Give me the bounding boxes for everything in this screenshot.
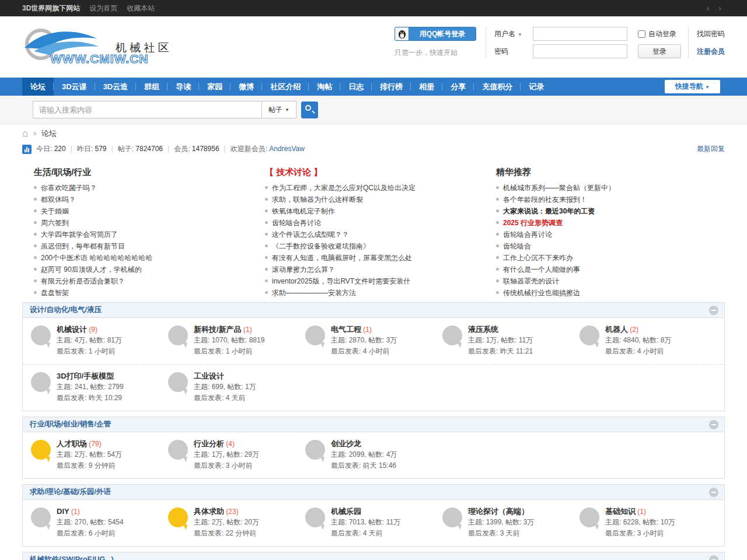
forum-cell[interactable]: 电气工程 (1)主题: 2870, 帖数: 3万最后发表: 4 小时前 (304, 324, 441, 357)
topic-link[interactable]: 齿轮啮合 (503, 242, 531, 250)
topic-link[interactable]: 大学四年就学会写简历了 (41, 230, 118, 239)
username-type-caret-icon[interactable]: ▼ (518, 32, 522, 37)
nav-item-5[interactable]: 家园 (199, 78, 231, 96)
auto-login-option[interactable]: 自动登录 (638, 27, 681, 41)
topic-link[interactable]: 关于婚姻 (41, 207, 69, 215)
topic-link[interactable]: 联轴器罩壳的设计 (503, 277, 559, 285)
collapse-toggle-icon[interactable] (709, 488, 718, 497)
forum-cell[interactable]: DIY (1)主题: 270, 帖数: 5454最后发表: 6 小时前 (30, 506, 167, 539)
auto-login-checkbox[interactable] (638, 30, 645, 38)
topic-link[interactable]: 滚动摩擦力怎么算？ (272, 265, 335, 274)
forum-cell[interactable]: 机械设计 (9)主题: 4万, 帖数: 81万最后发表: 1 小时前 (30, 324, 167, 357)
nav-item-1[interactable]: 3D云课 (54, 78, 95, 96)
topic-link[interactable]: 都双休吗？ (41, 195, 76, 204)
topic-link[interactable]: 周六签到 (41, 219, 69, 227)
category-title[interactable]: 机械软件(SW/ProE/UG...) (30, 555, 114, 560)
nav-item-14[interactable]: 记录 (521, 78, 552, 96)
topic-link[interactable]: 虽迟但到，每年都有新节目 (41, 242, 125, 250)
forum-cell[interactable]: 基础知识 (1)主题: 6228, 帖数: 10万最后发表: 3 小时前 (578, 506, 715, 539)
nav-item-9[interactable]: 日志 (340, 78, 372, 96)
nav-item-7[interactable]: 社区介绍 (262, 78, 309, 96)
topic-link[interactable]: 求助——————安装方法 (272, 289, 356, 297)
login-button[interactable]: 登录 (638, 44, 681, 58)
forum-link[interactable]: 液压系统 (468, 325, 498, 334)
forum-cell[interactable]: 工业设计主题: 699, 帖数: 1万最后发表: 4 天前 (167, 371, 304, 404)
forum-cell[interactable]: 人才职场 (79)主题: 2万, 帖数: 54万最后发表: 9 分钟前 (30, 439, 167, 471)
forum-cell[interactable]: 行业分析 (4)主题: 1万, 帖数: 29万最后发表: 3 小时前 (167, 439, 304, 471)
topic-link[interactable]: 有什么是一个人能做的事 (503, 265, 580, 274)
forum-cell[interactable]: 液压系统主题: 1万, 帖数: 11万最后发表: 昨天 11:21 (441, 324, 578, 357)
forum-link[interactable]: 新科技/新产品 (194, 325, 242, 334)
topic-link[interactable]: 2025 行业形势调查 (503, 219, 563, 227)
category-title[interactable]: 行业/职场/创业/销售/企管 (30, 419, 111, 429)
topic-link[interactable]: 大家来说说：最近30年的工资 (503, 207, 595, 215)
topic-link[interactable]: 你喜欢吃菌子吗？ (41, 184, 97, 192)
nav-item-11[interactable]: 相册 (411, 78, 442, 96)
topic-link[interactable]: 赵芮可 90后顶级人才，学机械的 (41, 265, 142, 274)
forum-cell[interactable]: 理论探讨（高端）主题: 1399, 帖数: 3万最后发表: 3 天前 (441, 506, 578, 539)
topic-link[interactable]: 求助，联轴器为什么这样断裂 (272, 195, 363, 204)
nav-item-3[interactable]: 群组 (136, 78, 167, 96)
site-logo[interactable]: WWW.CMIW.CN 机 械 社 区 (22, 21, 197, 74)
search-button[interactable] (301, 102, 318, 118)
forum-cell[interactable]: 机器人 (2)主题: 4840, 帖数: 8万最后发表: 4 小时前 (578, 324, 715, 357)
topbar-link[interactable]: 收藏本站 (127, 4, 155, 12)
register-link[interactable]: 注册会员 (697, 47, 725, 57)
forum-cell[interactable]: 机械乐园主题: 7013, 帖数: 11万最后发表: 4 天前 (304, 506, 441, 539)
nav-item-0[interactable]: 论坛 (22, 78, 54, 96)
new-member-link[interactable]: AndresVaw (269, 145, 304, 153)
nav-item-12[interactable]: 分享 (442, 78, 474, 96)
carousel-arrows-icon[interactable]: ‹ › (707, 4, 725, 13)
topic-link[interactable]: 这个件该怎么成型呢？？ (272, 230, 349, 239)
search-input[interactable] (33, 101, 261, 118)
nav-item-10[interactable]: 排行榜 (372, 78, 411, 96)
topic-link[interactable]: 有限元分析是否适合兼职？ (41, 277, 125, 285)
topic-link[interactable]: 盘盘智架 (41, 289, 69, 297)
forum-link[interactable]: 机械乐园 (331, 507, 361, 516)
topic-link[interactable]: 《二手数控设备验收避坑指南》 (272, 242, 370, 250)
nav-item-2[interactable]: 3D云造 (95, 78, 137, 96)
password-input[interactable] (533, 44, 627, 58)
collapse-toggle-icon[interactable] (709, 555, 718, 560)
topic-link[interactable]: 传统机械行业也能搞擦边 (503, 289, 580, 297)
nav-item-13[interactable]: 充值积分 (474, 78, 521, 96)
topic-link[interactable]: 铁氧体电机定子制作 (272, 207, 335, 215)
topic-link[interactable]: 作为工程师，大家是怎么应对QC以及给出决定 (272, 184, 416, 192)
topic-link[interactable]: inventor2025版，导出RVT文件时需要安装什 (272, 277, 410, 285)
category-title[interactable]: 设计/自动化/电气/液压 (30, 305, 102, 315)
forum-cell[interactable]: 3D打印/手板模型主题: 241, 帖数: 2799最后发表: 昨天 10:29 (30, 371, 167, 404)
category-title[interactable]: 求助/理论/基础/乐园/外语 (30, 487, 111, 497)
nav-item-8[interactable]: 淘帖 (309, 78, 340, 96)
forum-link[interactable]: 理论探讨（高端） (468, 507, 529, 516)
forum-cell[interactable]: 创业沙龙主题: 2099, 帖数: 4万最后发表: 前天 15:46 (304, 439, 441, 471)
forum-link[interactable]: 机械设计 (57, 325, 87, 334)
home-icon[interactable]: ⌂ (22, 130, 28, 138)
forum-link[interactable]: 行业分析 (194, 439, 224, 448)
forum-link[interactable]: 创业沙龙 (331, 439, 361, 448)
forum-cell[interactable]: 具体求助 (23)主题: 2万, 帖数: 20万最后发表: 22 分钟前 (167, 506, 304, 539)
topic-link[interactable]: 200个中医术语 哈哈哈哈哈哈哈哈哈 (41, 254, 152, 262)
forum-link[interactable]: 人才职场 (57, 439, 87, 448)
forum-link[interactable]: 具体求助 (194, 507, 224, 516)
find-password-link[interactable]: 找回密码 (697, 29, 725, 39)
topic-link[interactable]: 各个年龄段的社友来报到！ (503, 195, 587, 204)
topic-link[interactable]: 工作上心沉不下来咋办 (503, 254, 573, 262)
topic-link[interactable]: 机械城市系列——聚合贴（更新中） (503, 184, 615, 192)
quick-nav-button[interactable]: 快捷导航 ▼ (665, 80, 720, 93)
search-type-select[interactable]: 帖子▼ (261, 101, 296, 118)
qq-login-button[interactable]: 用QQ帐号登录 (395, 27, 476, 41)
topic-link[interactable]: 齿轮啮合再讨论 (272, 219, 321, 227)
forum-link[interactable]: DIY (57, 507, 69, 516)
latest-reply-link[interactable]: 最新回复 (697, 144, 725, 154)
forum-link[interactable]: 3D打印/手板模型 (57, 372, 114, 380)
collapse-toggle-icon[interactable] (709, 306, 718, 315)
forum-link[interactable]: 电气工程 (331, 325, 361, 334)
forum-cell[interactable]: 新科技/新产品 (1)主题: 1070, 帖数: 8819最后发表: 1 小时前 (167, 324, 304, 357)
topbar-link[interactable]: 设为首页 (89, 4, 117, 12)
breadcrumb-current[interactable]: 论坛 (41, 128, 57, 139)
forum-link[interactable]: 工业设计 (194, 372, 224, 380)
collapse-toggle-icon[interactable] (709, 420, 718, 429)
forum-link[interactable]: 基础知识 (605, 507, 636, 516)
forum-link[interactable]: 机器人 (605, 325, 628, 334)
nav-item-6[interactable]: 微博 (231, 78, 262, 96)
